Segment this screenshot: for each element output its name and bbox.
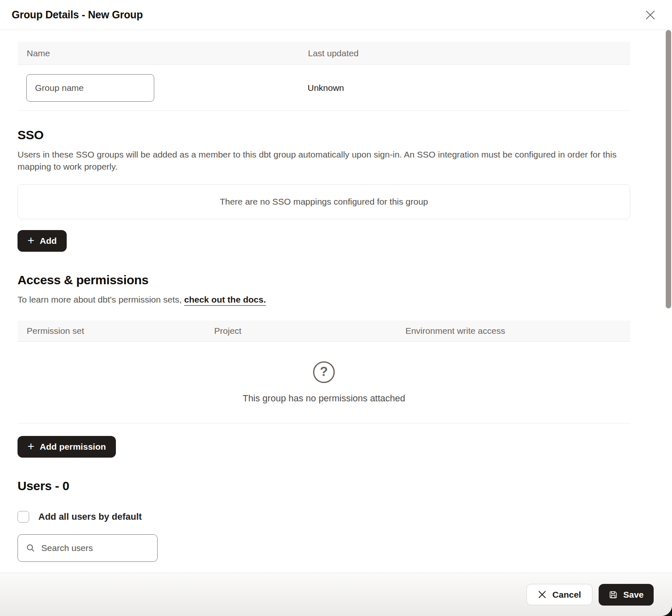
sso-heading: SSO xyxy=(18,126,630,144)
modal-title: Group Details - New Group xyxy=(12,9,143,21)
column-header-project: Project xyxy=(205,326,396,336)
close-icon xyxy=(645,10,656,20)
permissions-empty-message: This group has no permissions attached xyxy=(243,393,405,404)
users-section: Users - 0 Add all users by default xyxy=(18,477,630,562)
add-all-users-checkbox[interactable] xyxy=(18,511,29,523)
add-permission-button-label: Add permission xyxy=(40,442,106,452)
cancel-button[interactable]: Cancel xyxy=(527,584,592,605)
search-users-box xyxy=(18,534,158,562)
column-header-permission-set: Permission set xyxy=(18,326,205,336)
column-header-last-updated: Last updated xyxy=(299,48,630,58)
sso-empty-state: There are no SSO mappings configured for… xyxy=(18,184,630,219)
question-mark-icon: ? xyxy=(313,361,335,383)
permissions-description: To learn more about dbt's permission set… xyxy=(18,293,629,305)
group-details-modal: Group Details - New Group Name Last upda… xyxy=(0,0,672,616)
cancel-button-label: Cancel xyxy=(552,590,581,600)
search-icon xyxy=(26,543,35,553)
add-all-users-label: Add all users by default xyxy=(38,511,142,522)
column-header-environment-write-access: Environment write access xyxy=(396,326,630,336)
sso-description: Users in these SSO groups will be added … xyxy=(18,148,629,173)
permissions-empty-state: ? This group has no permissions attached xyxy=(18,342,630,423)
group-name-input[interactable] xyxy=(26,74,154,102)
column-header-name: Name xyxy=(18,48,299,58)
save-button-label: Save xyxy=(623,590,644,600)
permissions-description-text: To learn more about dbt's permission set… xyxy=(18,295,184,304)
scrollbar-thumb[interactable] xyxy=(666,30,671,308)
add-all-users-row: Add all users by default xyxy=(18,511,142,523)
sso-section: SSO Users in these SSO groups will be ad… xyxy=(18,126,630,252)
name-table-header: Name Last updated xyxy=(18,42,630,65)
last-updated-value: Unknown xyxy=(299,83,630,93)
modal-footer: Cancel Save xyxy=(0,573,672,616)
close-button[interactable] xyxy=(643,8,658,23)
add-sso-mapping-button[interactable]: + Add xyxy=(18,230,67,252)
name-section: Name Last updated Unknown xyxy=(18,42,630,111)
permissions-section: Access & permissions To learn more about… xyxy=(18,271,630,458)
name-table-row: Unknown xyxy=(18,65,630,111)
permissions-table-header: Permission set Project Environment write… xyxy=(18,321,630,342)
sso-empty-message: There are no SSO mappings configured for… xyxy=(220,197,428,207)
modal-header: Group Details - New Group xyxy=(0,0,672,30)
plus-icon: + xyxy=(28,235,34,246)
save-button[interactable]: Save xyxy=(599,584,654,606)
modal-content: Name Last updated Unknown SSO Users in t… xyxy=(0,42,672,562)
docs-link[interactable]: check out the docs. xyxy=(184,295,266,304)
plus-icon: + xyxy=(28,441,34,452)
permissions-heading: Access & permissions xyxy=(18,271,630,289)
search-users-input[interactable] xyxy=(41,543,149,553)
users-heading: Users - 0 xyxy=(18,477,630,495)
add-permission-button[interactable]: + Add permission xyxy=(18,436,116,458)
add-sso-mapping-button-label: Add xyxy=(40,236,57,246)
cancel-x-icon xyxy=(538,590,547,599)
save-icon xyxy=(609,590,618,599)
